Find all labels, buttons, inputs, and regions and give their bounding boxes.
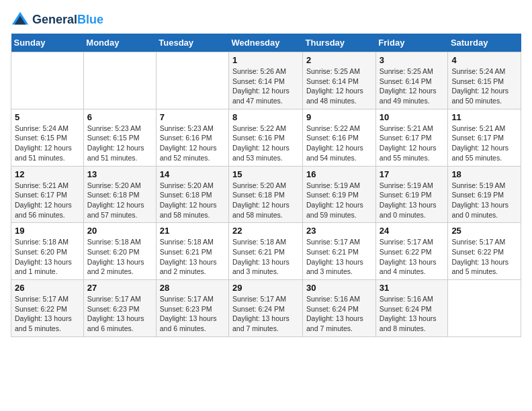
day-cell: 12Sunrise: 5:21 AM Sunset: 6:17 PM Dayli… <box>11 166 84 223</box>
day-cell: 22Sunrise: 5:18 AM Sunset: 6:21 PM Dayli… <box>229 223 303 280</box>
day-number: 17 <box>380 169 445 179</box>
day-cell: 1Sunrise: 5:26 AM Sunset: 6:14 PM Daylig… <box>229 52 303 109</box>
day-info: Sunrise: 5:19 AM Sunset: 6:19 PM Dayligh… <box>306 181 372 220</box>
day-cell <box>156 52 228 109</box>
day-info: Sunrise: 5:22 AM Sunset: 6:16 PM Dayligh… <box>306 124 372 163</box>
day-info: Sunrise: 5:19 AM Sunset: 6:19 PM Dayligh… <box>380 181 445 220</box>
day-number: 10 <box>380 112 445 122</box>
header-wednesday: Wednesday <box>229 34 303 52</box>
logo: GeneralBlue <box>11 11 103 30</box>
day-cell: 25Sunrise: 5:17 AM Sunset: 6:22 PM Dayli… <box>448 223 521 280</box>
day-cell: 9Sunrise: 5:22 AM Sunset: 6:16 PM Daylig… <box>303 109 376 166</box>
day-info: Sunrise: 5:17 AM Sunset: 6:21 PM Dayligh… <box>306 237 372 277</box>
day-info: Sunrise: 5:22 AM Sunset: 6:16 PM Dayligh… <box>232 124 299 163</box>
day-info: Sunrise: 5:20 AM Sunset: 6:18 PM Dayligh… <box>160 181 225 220</box>
day-cell: 30Sunrise: 5:16 AM Sunset: 6:24 PM Dayli… <box>303 280 376 337</box>
header-monday: Monday <box>83 34 156 52</box>
day-number: 15 <box>232 169 299 179</box>
day-info: Sunrise: 5:18 AM Sunset: 6:21 PM Dayligh… <box>232 237 299 277</box>
page-header: GeneralBlue <box>11 11 521 30</box>
day-cell: 26Sunrise: 5:17 AM Sunset: 6:22 PM Dayli… <box>11 280 84 337</box>
day-cell: 7Sunrise: 5:23 AM Sunset: 6:16 PM Daylig… <box>156 109 228 166</box>
day-cell: 8Sunrise: 5:22 AM Sunset: 6:16 PM Daylig… <box>229 109 303 166</box>
day-number: 27 <box>87 283 152 293</box>
day-number: 12 <box>15 169 80 179</box>
day-info: Sunrise: 5:19 AM Sunset: 6:19 PM Dayligh… <box>451 181 517 220</box>
day-cell: 29Sunrise: 5:17 AM Sunset: 6:24 PM Dayli… <box>229 280 303 337</box>
day-number: 1 <box>232 55 299 65</box>
day-number: 26 <box>15 283 80 293</box>
day-info: Sunrise: 5:25 AM Sunset: 6:14 PM Dayligh… <box>380 66 445 106</box>
day-cell: 24Sunrise: 5:17 AM Sunset: 6:22 PM Dayli… <box>375 223 448 280</box>
day-info: Sunrise: 5:25 AM Sunset: 6:14 PM Dayligh… <box>306 66 372 106</box>
day-cell: 21Sunrise: 5:18 AM Sunset: 6:21 PM Dayli… <box>156 223 228 280</box>
day-number: 3 <box>380 55 445 65</box>
day-number: 14 <box>160 169 225 179</box>
day-cell: 15Sunrise: 5:20 AM Sunset: 6:18 PM Dayli… <box>229 166 303 223</box>
day-info: Sunrise: 5:21 AM Sunset: 6:17 PM Dayligh… <box>380 124 445 163</box>
day-number: 21 <box>160 226 225 236</box>
day-info: Sunrise: 5:16 AM Sunset: 6:24 PM Dayligh… <box>380 294 445 334</box>
day-info: Sunrise: 5:26 AM Sunset: 6:14 PM Dayligh… <box>232 66 299 106</box>
day-info: Sunrise: 5:17 AM Sunset: 6:22 PM Dayligh… <box>380 237 445 277</box>
week-row-1: 1Sunrise: 5:26 AM Sunset: 6:14 PM Daylig… <box>11 52 521 109</box>
day-info: Sunrise: 5:23 AM Sunset: 6:16 PM Dayligh… <box>160 124 225 163</box>
day-number: 7 <box>160 112 225 122</box>
week-row-5: 26Sunrise: 5:17 AM Sunset: 6:22 PM Dayli… <box>11 280 521 337</box>
day-number: 20 <box>87 226 152 236</box>
header-friday: Friday <box>375 34 448 52</box>
day-cell: 20Sunrise: 5:18 AM Sunset: 6:20 PM Dayli… <box>83 223 156 280</box>
day-cell: 11Sunrise: 5:21 AM Sunset: 6:17 PM Dayli… <box>448 109 521 166</box>
day-info: Sunrise: 5:18 AM Sunset: 6:21 PM Dayligh… <box>160 237 225 277</box>
day-cell: 27Sunrise: 5:17 AM Sunset: 6:23 PM Dayli… <box>83 280 156 337</box>
day-info: Sunrise: 5:18 AM Sunset: 6:20 PM Dayligh… <box>87 237 152 277</box>
day-info: Sunrise: 5:18 AM Sunset: 6:20 PM Dayligh… <box>15 237 80 277</box>
day-number: 25 <box>451 226 517 236</box>
header-saturday: Saturday <box>448 34 521 52</box>
day-number: 16 <box>306 169 372 179</box>
day-info: Sunrise: 5:20 AM Sunset: 6:18 PM Dayligh… <box>87 181 152 220</box>
week-row-3: 12Sunrise: 5:21 AM Sunset: 6:17 PM Dayli… <box>11 166 521 223</box>
header-tuesday: Tuesday <box>156 34 228 52</box>
day-cell: 13Sunrise: 5:20 AM Sunset: 6:18 PM Dayli… <box>83 166 156 223</box>
day-number: 24 <box>380 226 445 236</box>
day-number: 18 <box>451 169 517 179</box>
day-cell: 4Sunrise: 5:24 AM Sunset: 6:15 PM Daylig… <box>448 52 521 109</box>
day-info: Sunrise: 5:24 AM Sunset: 6:15 PM Dayligh… <box>15 124 80 163</box>
day-info: Sunrise: 5:23 AM Sunset: 6:15 PM Dayligh… <box>87 124 152 163</box>
calendar-header-row: SundayMondayTuesdayWednesdayThursdayFrid… <box>11 34 521 52</box>
day-cell: 31Sunrise: 5:16 AM Sunset: 6:24 PM Dayli… <box>375 280 448 337</box>
day-number: 19 <box>15 226 80 236</box>
logo-text: GeneralBlue <box>32 13 103 27</box>
day-info: Sunrise: 5:17 AM Sunset: 6:23 PM Dayligh… <box>160 294 225 334</box>
day-cell: 3Sunrise: 5:25 AM Sunset: 6:14 PM Daylig… <box>375 52 448 109</box>
day-cell <box>11 52 84 109</box>
day-cell: 28Sunrise: 5:17 AM Sunset: 6:23 PM Dayli… <box>156 280 228 337</box>
day-info: Sunrise: 5:24 AM Sunset: 6:15 PM Dayligh… <box>451 66 517 106</box>
day-number: 30 <box>306 283 372 293</box>
day-info: Sunrise: 5:21 AM Sunset: 6:17 PM Dayligh… <box>15 181 80 220</box>
day-number: 13 <box>87 169 152 179</box>
day-cell: 2Sunrise: 5:25 AM Sunset: 6:14 PM Daylig… <box>303 52 376 109</box>
day-number: 23 <box>306 226 372 236</box>
day-cell: 6Sunrise: 5:23 AM Sunset: 6:15 PM Daylig… <box>83 109 156 166</box>
week-row-2: 5Sunrise: 5:24 AM Sunset: 6:15 PM Daylig… <box>11 109 521 166</box>
header-sunday: Sunday <box>11 34 84 52</box>
day-cell: 19Sunrise: 5:18 AM Sunset: 6:20 PM Dayli… <box>11 223 84 280</box>
day-info: Sunrise: 5:21 AM Sunset: 6:17 PM Dayligh… <box>451 124 517 163</box>
day-number: 9 <box>306 112 372 122</box>
day-number: 8 <box>232 112 299 122</box>
day-cell: 18Sunrise: 5:19 AM Sunset: 6:19 PM Dayli… <box>448 166 521 223</box>
calendar-table: SundayMondayTuesdayWednesdayThursdayFrid… <box>11 34 521 337</box>
day-number: 4 <box>451 55 517 65</box>
day-cell: 16Sunrise: 5:19 AM Sunset: 6:19 PM Dayli… <box>303 166 376 223</box>
day-number: 31 <box>380 283 445 293</box>
day-info: Sunrise: 5:17 AM Sunset: 6:22 PM Dayligh… <box>451 237 517 277</box>
day-number: 28 <box>160 283 225 293</box>
day-cell: 14Sunrise: 5:20 AM Sunset: 6:18 PM Dayli… <box>156 166 228 223</box>
day-cell: 10Sunrise: 5:21 AM Sunset: 6:17 PM Dayli… <box>375 109 448 166</box>
logo-icon <box>11 11 30 30</box>
day-number: 6 <box>87 112 152 122</box>
day-info: Sunrise: 5:17 AM Sunset: 6:22 PM Dayligh… <box>15 294 80 334</box>
day-info: Sunrise: 5:17 AM Sunset: 6:23 PM Dayligh… <box>87 294 152 334</box>
